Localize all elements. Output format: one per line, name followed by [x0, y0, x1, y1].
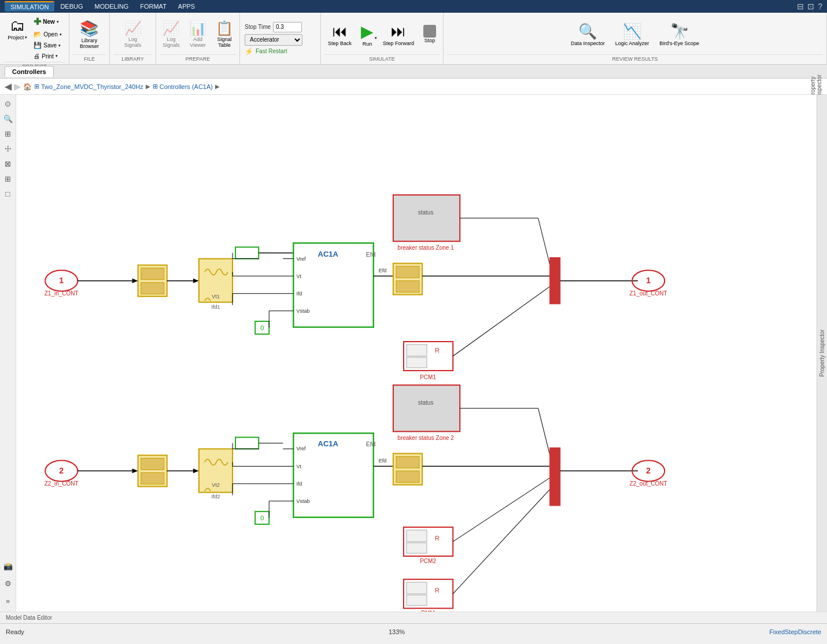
stop-sim-label: Stop	[424, 38, 435, 43]
zoom-fit-button[interactable]: ⊙	[2, 97, 14, 110]
svg-text:Z1_in_CONT: Z1_in_CONT	[45, 290, 79, 297]
menu-apps[interactable]: APPS	[172, 2, 201, 11]
open-button[interactable]: 📂 Open ▾	[31, 29, 64, 39]
svg-text:0: 0	[260, 515, 264, 521]
signal-table-button[interactable]: 📋 SignalTable	[213, 18, 236, 50]
project-button[interactable]: 🗂 Project ▾	[5, 15, 30, 61]
menu-simulation[interactable]: SIMULATION	[5, 1, 54, 12]
svg-text:R: R	[435, 347, 440, 354]
stop-time-group: Stop Time Accelerator Normal Rapid Accel…	[240, 13, 321, 64]
breadcrumb-end-arrow: ▶	[215, 83, 220, 90]
add-viewer-button[interactable]: 📊 AddViewer	[186, 18, 209, 50]
svg-text:Vt2: Vt2	[212, 482, 220, 488]
library-browser-button[interactable]: 📚 LibraryBrowser	[77, 18, 102, 51]
library-section-label: LIBRARY	[113, 54, 152, 62]
tab-controllers[interactable]: Controllers	[5, 66, 54, 77]
svg-text:PCM2: PCM2	[420, 558, 436, 564]
svg-rect-103	[407, 582, 427, 594]
svg-text:0: 0	[260, 324, 264, 331]
svg-rect-92	[393, 385, 460, 431]
subsystem-icon: ⊞	[153, 83, 158, 90]
log-signals-button[interactable]: 📈 LogSignals	[121, 18, 145, 50]
breadcrumb-separator: ▶	[146, 83, 150, 90]
diagram-canvas[interactable]: 1 Z1_in_CONT Vt1 Ifd1 0	[16, 95, 817, 612]
menu-modeling[interactable]: MODELING	[89, 2, 135, 11]
step-back-button[interactable]: ⏮ Step Back	[324, 21, 355, 48]
library-browser-icon: 📚	[80, 20, 98, 38]
zoom-region-button[interactable]: ⊞	[2, 127, 14, 140]
save-button[interactable]: 💾 Save ▾	[31, 40, 64, 50]
svg-rect-36	[396, 267, 419, 278]
svg-rect-62	[141, 473, 164, 484]
svg-rect-109	[550, 447, 560, 505]
log-signals-prep-button[interactable]: 📈 LogSignals	[160, 18, 183, 50]
svg-text:Vt: Vt	[296, 273, 301, 279]
svg-text:AC1A: AC1A	[318, 439, 339, 448]
svg-text:Efd: Efd	[366, 251, 376, 258]
svg-rect-45	[407, 345, 427, 356]
open-icon: 📂	[34, 31, 42, 38]
stop-sim-button[interactable]: ■ Stop	[420, 23, 440, 45]
svg-text:R: R	[435, 587, 440, 594]
nav-back-arrow[interactable]: ◀	[5, 81, 12, 92]
svg-text:status: status	[418, 209, 434, 216]
svg-text:status: status	[418, 399, 434, 406]
select-button[interactable]: ⊠	[2, 157, 14, 170]
menu-bar: SIMULATION DEBUG MODELING FORMAT APPS ⊟ …	[0, 0, 827, 13]
svg-text:Ifd1: Ifd1	[211, 304, 220, 310]
model-icon: ⊞	[34, 83, 39, 90]
measure-button[interactable]: ⊞	[2, 172, 14, 185]
breadcrumb-subsystem[interactable]: ⊞ Controllers (AC1A)	[153, 83, 213, 90]
menu-debug[interactable]: DEBUG	[54, 2, 88, 11]
solver-status: FixedStepDiscrete	[769, 628, 821, 635]
svg-text:Ifd: Ifd	[296, 291, 302, 297]
ribbon-prepare-group: 📈 LogSignals 📊 AddViewer 📋 SignalTable P…	[156, 13, 240, 64]
svg-text:breaker status Zone 1: breaker status Zone 1	[397, 245, 454, 251]
svg-text:1: 1	[646, 276, 651, 285]
birds-eye-button[interactable]: 🔭 Bird's-Eye Scope	[656, 21, 702, 48]
status-bar: Ready 133% FixedStepDiscrete	[0, 623, 827, 639]
print-button[interactable]: 🖨 Print ▾	[31, 51, 64, 61]
help-icon[interactable]: ?	[818, 2, 822, 11]
ribbon-file-group: 📚 LibraryBrowser FILE	[69, 13, 110, 64]
data-inspector-button[interactable]: 🔍 Data Inspector	[568, 21, 608, 48]
project-icon: 🗂	[10, 17, 25, 35]
fast-restart-icon: ⚡	[245, 47, 253, 55]
prepare-group-label: PREPARE	[160, 54, 236, 62]
ribbon-review-group: 🔍 Data Inspector 📉 Logic Analyzer 🔭 Bird…	[444, 13, 827, 64]
menu-format[interactable]: FORMAT	[134, 2, 172, 11]
svg-text:Ifd2: Ifd2	[211, 494, 220, 499]
logic-analyzer-icon: 📉	[623, 23, 641, 40]
print-label: Print	[42, 53, 54, 60]
step-forward-button[interactable]: ⏭ Step Forward	[379, 21, 418, 48]
restore-icon[interactable]: ⊡	[807, 2, 814, 11]
area-button[interactable]: □	[2, 187, 14, 200]
zoom-in-button[interactable]: 🔍	[2, 112, 14, 125]
expand-button[interactable]: »	[2, 594, 14, 607]
run-button[interactable]: ▶ Run ▾	[357, 20, 377, 49]
new-icon: ✚	[34, 16, 41, 27]
logic-analyzer-button[interactable]: 📉 Logic Analyzer	[612, 21, 652, 48]
window-icon[interactable]: ⊟	[797, 2, 804, 11]
signal-table-label: SignalTable	[217, 36, 231, 48]
settings-button[interactable]: ⚙	[2, 577, 14, 590]
svg-rect-8	[141, 283, 164, 294]
svg-rect-99	[407, 543, 427, 553]
breadcrumb-model[interactable]: ⊞ Two_Zone_MVDC_Thyristor_240Hz	[34, 83, 143, 90]
nav-forward-arrow[interactable]: ▶	[14, 81, 21, 92]
main-area: ⊙ 🔍 ⊞ ☩ ⊠ ⊞ □ 📸 ⚙ » 1 Z1_in_CONT	[0, 95, 827, 612]
screenshot-button[interactable]: 📸	[2, 560, 14, 572]
home-icon[interactable]: 🏠	[23, 83, 32, 91]
log-signals-icon: 📈	[124, 20, 142, 36]
svg-text:PMM: PMM	[421, 610, 434, 612]
diagram-svg: 1 Z1_in_CONT Vt1 Ifd1 0	[16, 95, 817, 612]
svg-text:Efd: Efd	[379, 458, 387, 464]
simulate-group-label: SIMULATE	[324, 54, 440, 62]
accelerator-select[interactable]: Accelerator Normal Rapid Accelerator	[245, 34, 302, 46]
stop-time-input[interactable]	[273, 22, 302, 32]
pan-button[interactable]: ☩	[2, 142, 14, 155]
svg-text:Vstab: Vstab	[296, 498, 309, 504]
stop-sim-icon: ■	[423, 25, 436, 38]
new-button[interactable]: ✚ New ▾	[31, 15, 64, 28]
svg-rect-104	[407, 595, 427, 605]
